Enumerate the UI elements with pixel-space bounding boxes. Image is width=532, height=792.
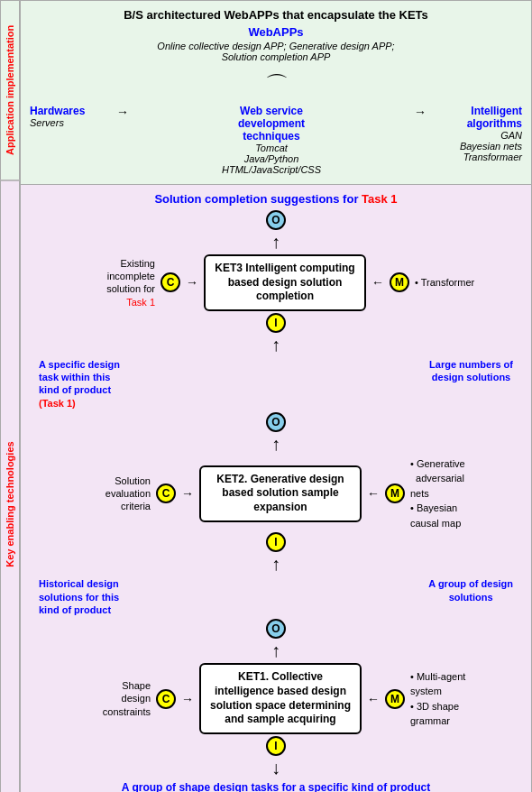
arrow-from-ket2: ← [367, 486, 380, 501]
ket3-control-badge: C [161, 272, 180, 292]
hardware-col: Hardwares Servers [30, 105, 111, 128]
ket2-model-badge: M [385, 483, 405, 503]
arrow-to-ket1: → [181, 692, 194, 706]
ket1-left-label: Shapedesignconstraints [69, 679, 151, 718]
output-badge-3: O [266, 210, 286, 230]
ket2-left-label: Solutionevaluationcriteria [69, 474, 151, 513]
ket3-input-row: I [266, 313, 286, 333]
key-enabling-label: Key enabling technologies [0, 180, 20, 792]
ket3-model-badge: M [390, 272, 409, 292]
intelligent-label: Intelligent algorithms [432, 105, 522, 130]
brace-row: ⌒ [30, 69, 522, 101]
arrow-from-ket1: ← [367, 692, 380, 706]
webservice-col: Web servicedevelopmenttechniques TomcatJ… [134, 105, 408, 175]
top-section: B/S architectured WebAPPs that encapsula… [20, 0, 532, 185]
arrow-up-2: ↑ [271, 434, 280, 455]
input-badge-2: I [266, 532, 286, 552]
ket3-box: KET3 Intelligent computing based design … [204, 254, 366, 311]
arrow-right-2: → [414, 105, 427, 119]
arrow-up-3: ↑ [271, 232, 280, 253]
solution-title: Solution completion suggestions for Task… [154, 192, 397, 206]
servers-label: Servers [30, 117, 111, 128]
ket1-input-row: I [266, 736, 286, 756]
ket1-control-badge: C [156, 689, 176, 709]
output-badge-1: O [266, 619, 286, 639]
between-2-1: Historical designsolutions for thiskind … [30, 576, 522, 618]
webservice-items: TomcatJava/PythonHTML/JavaScript/CSS [134, 143, 408, 175]
ket3-left-label: Existingincompletesolution forTask 1 [74, 257, 155, 309]
ket1-row: Shapedesignconstraints C → KET1. Collect… [30, 663, 522, 733]
task1-design-label: A specific designtask within thiskind of… [39, 358, 120, 410]
webservice-label: Web servicedevelopmenttechniques [134, 105, 408, 143]
intelligent-items: GANBayesian netsTransformaer [432, 130, 522, 162]
arrow-from-ket3: ← [371, 275, 384, 290]
large-numbers-label: Large numbers ofdesign solutions [429, 358, 513, 384]
top-title: B/S architectured WebAPPs that encapsula… [30, 8, 522, 22]
arrow-to-ket3: → [186, 275, 198, 290]
ket1-right-labels: • Multi-agent system• 3D shape grammar [410, 669, 482, 729]
arrow-to-ket2: → [181, 486, 194, 501]
historical-design-label: Historical designsolutions for thiskind … [39, 577, 119, 616]
ket3-output-arrow: O [266, 210, 286, 230]
arrow-up-1: ↑ [271, 640, 280, 661]
arrow-down-1: ↓ [271, 758, 280, 778]
ket2-output-arrow: O [266, 412, 286, 432]
webapps-title: WebAPPs [30, 25, 522, 39]
output-badge-2: O [266, 412, 286, 432]
ket1-model-badge: M [385, 689, 405, 709]
bottom-section: Solution completion suggestions for Task… [20, 185, 532, 792]
hardwares-label: Hardwares [30, 105, 111, 117]
intelligent-col: Intelligent algorithms GANBayesian netsT… [432, 105, 522, 162]
arrow-down-2: ↑ [271, 554, 280, 575]
app-implementation-label: Application implementation [0, 0, 20, 180]
three-cols-row: Hardwares Servers → Web servicedevelopme… [30, 105, 522, 175]
arrow-right-1: → [116, 105, 129, 119]
ket2-control-badge: C [156, 483, 176, 503]
between-3-2: A specific designtask within thiskind of… [30, 356, 522, 411]
ket2-right-labels: • Generative adversarial nets• Bayesian … [410, 456, 482, 531]
ket1-box: KET1. Collective intelligence based desi… [199, 663, 362, 733]
ket2-box: KET2. Generative design based solution s… [199, 465, 362, 522]
ket2-input-row: I [266, 532, 286, 552]
ket3-right-label: • Transformer [415, 277, 474, 288]
bottom-shape-label: A group of shape design tasks for a spec… [122, 781, 430, 792]
ket3-row: Existingincompletesolution forTask 1 C →… [30, 254, 522, 311]
arrow-down-3: ↑ [271, 335, 280, 355]
ket1-output-arrow: O [266, 619, 286, 639]
webapps-subtitle: Online collective design APP; Generative… [30, 41, 522, 62]
input-badge-1: I [266, 736, 286, 756]
ket2-row: Solutionevaluationcriteria C → KET2. Gen… [30, 456, 522, 531]
input-badge-3: I [266, 313, 286, 333]
group-design-label: A group of designsolutions [428, 577, 513, 603]
